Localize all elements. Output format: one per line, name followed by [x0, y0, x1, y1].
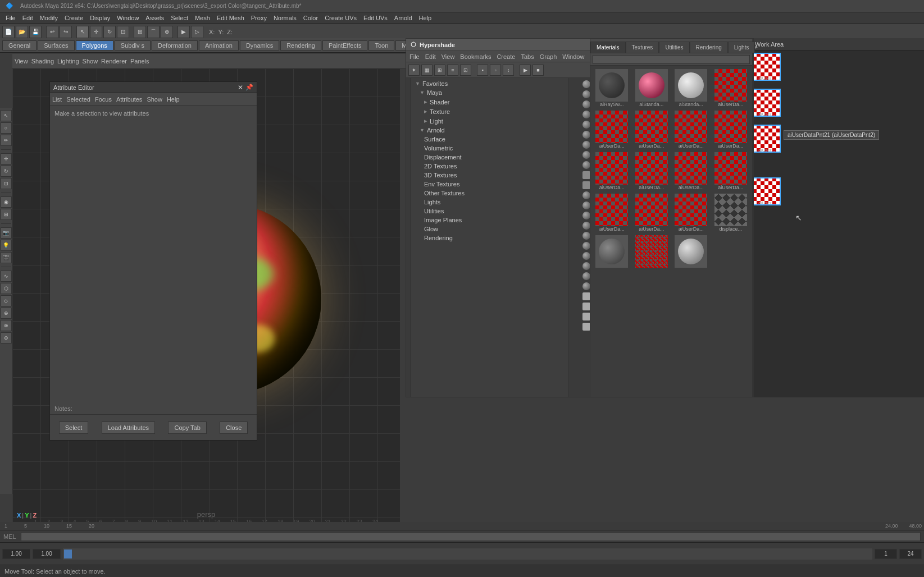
- tab-polygons[interactable]: Polygons: [76, 40, 113, 51]
- menu-mesh[interactable]: Mesh: [192, 15, 213, 21]
- menu-normals[interactable]: Normals: [270, 15, 300, 21]
- snap-grid-btn[interactable]: ⊞: [134, 26, 146, 38]
- tree-displacement[interactable]: Displacement: [411, 153, 568, 162]
- timeline-current-frame[interactable]: [875, 549, 897, 559]
- load-attributes-button[interactable]: Load Attributes: [102, 422, 155, 434]
- new-btn[interactable]: 📄: [2, 26, 15, 38]
- menu-proxy[interactable]: Proxy: [248, 15, 270, 21]
- undo-btn[interactable]: ↩: [46, 26, 58, 38]
- view-menu-shading[interactable]: Shading: [31, 58, 54, 65]
- timeline-end-field[interactable]: [33, 549, 61, 559]
- hs-sort-btn[interactable]: ↕: [503, 65, 514, 76]
- snap-curve-btn[interactable]: ⌒: [147, 26, 160, 38]
- attr-menu-attributes[interactable]: Attributes: [116, 96, 142, 103]
- timeline-start-field[interactable]: [2, 549, 30, 559]
- paint-skin-btn[interactable]: ⊖: [1, 332, 12, 344]
- mat-item-sphere-gray[interactable]: [593, 234, 631, 269]
- hs-menu-view[interactable]: View: [441, 53, 455, 60]
- tabs-more-arrow[interactable]: ▸: [755, 40, 758, 53]
- surface-btn[interactable]: ⬡: [1, 283, 12, 294]
- hs-menu-edit[interactable]: Edit: [425, 53, 436, 60]
- redo-btn[interactable]: ↪: [60, 26, 72, 38]
- skeleton-btn[interactable]: ⊕: [1, 308, 12, 319]
- hs-menu-file[interactable]: File: [409, 53, 420, 60]
- menu-editmesh[interactable]: Edit Mesh: [213, 15, 248, 21]
- hs-play-btn[interactable]: ▶: [520, 65, 531, 76]
- attr-menu-help[interactable]: Help: [167, 96, 180, 103]
- mat-item-userdata-2[interactable]: aiUserDa...: [632, 109, 671, 150]
- mat-item-userdata-9[interactable]: aiUserDa...: [593, 193, 631, 233]
- tree-utilities[interactable]: Utilities: [411, 207, 568, 216]
- save-btn[interactable]: 💾: [29, 26, 42, 38]
- mat-item-userdata-3[interactable]: aiUserDa...: [672, 109, 711, 150]
- mat-item-sphere-metal[interactable]: [672, 234, 711, 269]
- menu-createuvs[interactable]: Create UVs: [321, 15, 360, 21]
- timeline-playhead[interactable]: [64, 549, 72, 558]
- deform-btn[interactable]: ◇: [1, 295, 12, 306]
- menu-display[interactable]: Display: [87, 15, 113, 21]
- tree-rendering[interactable]: Rendering: [411, 233, 568, 242]
- menu-select[interactable]: Select: [167, 15, 192, 21]
- ik-btn[interactable]: ⊗: [1, 320, 12, 331]
- hs-create-btn[interactable]: ✦: [408, 65, 420, 76]
- tab-toon[interactable]: Toon: [368, 40, 394, 51]
- tree-volumetric[interactable]: Volumetric: [411, 144, 568, 153]
- menu-create[interactable]: Create: [61, 15, 87, 21]
- mat-item-aistandard-pink[interactable]: aiStanda...: [632, 68, 671, 108]
- mat-item-userdata-6[interactable]: aiUserDa...: [632, 151, 671, 191]
- rotate-btn[interactable]: ↻: [103, 26, 116, 38]
- mat-item-airayswitch[interactable]: aiRaySw...: [593, 68, 631, 108]
- attr-menu-focus[interactable]: Focus: [95, 96, 112, 103]
- attr-menu-selected[interactable]: Selected: [66, 96, 90, 103]
- tab-rendering[interactable]: Rendering: [280, 40, 321, 51]
- tree-3d-textures[interactable]: 3D Textures: [411, 171, 568, 180]
- tree-light[interactable]: ▸ Light: [411, 116, 568, 126]
- timeline-track[interactable]: [63, 548, 872, 560]
- work-item-4[interactable]: aiUser...: [753, 177, 922, 205]
- mat-item-userdata-8[interactable]: aiUserDa...: [712, 151, 750, 191]
- menu-color[interactable]: Color: [300, 15, 321, 21]
- tab-utilities[interactable]: Utilities: [659, 42, 689, 53]
- mat-item-userdata-11[interactable]: aiUserDa...: [672, 193, 711, 233]
- menu-help[interactable]: Help: [416, 15, 435, 21]
- select-btn[interactable]: ↖: [76, 26, 89, 38]
- materials-search-input[interactable]: [593, 55, 750, 64]
- snap-point-btn[interactable]: ⊕: [161, 26, 173, 38]
- tree-favorites[interactable]: ▼ Favorites: [411, 79, 568, 88]
- tree-2d-textures[interactable]: 2D Textures: [411, 162, 568, 171]
- mat-item-displace[interactable]: displace...: [712, 193, 750, 233]
- work-item-3[interactable]: aiUser... aiUserDataPnt21 (aiUserDataPnt…: [753, 125, 922, 153]
- tree-env-textures[interactable]: Env Textures: [411, 180, 568, 189]
- tab-surfaces[interactable]: Surfaces: [38, 40, 74, 51]
- paint-btn[interactable]: ✏: [1, 135, 12, 146]
- attr-menu-list[interactable]: List: [52, 96, 62, 103]
- menu-assets[interactable]: Assets: [142, 15, 167, 21]
- mat-item-aistandard-white[interactable]: aiStanda...: [672, 68, 711, 108]
- menu-edituvs[interactable]: Edit UVs: [360, 15, 391, 21]
- move-tool-btn[interactable]: ✛: [1, 153, 12, 164]
- tab-animation[interactable]: Animation: [199, 40, 239, 51]
- close-button[interactable]: Close: [220, 422, 248, 434]
- hs-icon-btn[interactable]: ⊡: [460, 65, 471, 76]
- render-cam-btn[interactable]: 🎬: [1, 252, 12, 263]
- hs-view1-btn[interactable]: ▪: [477, 65, 488, 76]
- tab-lights[interactable]: Lights: [728, 42, 755, 53]
- tree-image-planes[interactable]: Image Planes: [411, 216, 568, 225]
- work-item-1[interactable]: aiUser...: [753, 53, 922, 81]
- view-menu-view[interactable]: View: [15, 58, 28, 65]
- tab-rendering-hs[interactable]: Rendering: [690, 42, 728, 53]
- hs-grid-btn[interactable]: ⊞: [434, 65, 445, 76]
- tree-lights[interactable]: Lights: [411, 198, 568, 207]
- tab-textures[interactable]: Textures: [626, 42, 659, 53]
- tab-general[interactable]: General: [2, 40, 37, 51]
- hs-menu-create[interactable]: Create: [497, 53, 515, 60]
- mat-item-userdata-5[interactable]: aiUserDa...: [593, 151, 631, 191]
- move-btn[interactable]: ✛: [90, 26, 102, 38]
- view-menu-show[interactable]: Show: [83, 58, 98, 65]
- soft-sel-btn[interactable]: ◉: [1, 196, 12, 208]
- hs-menu-tabs[interactable]: Tabs: [521, 53, 534, 60]
- menu-window[interactable]: Window: [113, 15, 142, 21]
- hs-list-btn[interactable]: ≡: [447, 65, 458, 76]
- tree-maya-1[interactable]: ▼ Maya: [411, 88, 568, 97]
- select-tool-btn[interactable]: ↖: [1, 110, 12, 121]
